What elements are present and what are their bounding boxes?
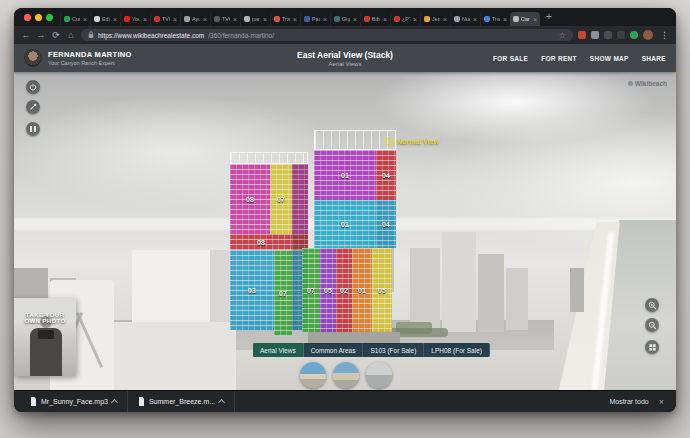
tab-common-areas[interactable]: Common Areas [304, 343, 364, 357]
tab-close-icon[interactable]: × [113, 16, 117, 23]
view-grid-button[interactable] [645, 340, 659, 354]
tab-bibli[interactable]: Bibli× [360, 12, 390, 26]
watermark-logo-icon [628, 81, 633, 86]
tab-title: Panc [312, 16, 320, 21]
agent-avatar[interactable] [24, 49, 42, 67]
power-icon [29, 83, 37, 91]
tab-ayud[interactable]: Ayud× [180, 12, 210, 26]
page-title: East Aerial View (Stack) [297, 50, 393, 60]
tab-close-icon[interactable]: × [83, 16, 87, 23]
tab-close-icon[interactable]: × [233, 16, 237, 23]
extension-icon-2[interactable] [591, 31, 599, 39]
address-bar[interactable]: https://www.wikibeachrealestate.com/360/… [81, 29, 573, 41]
tab-close-icon[interactable]: × [473, 16, 477, 23]
tab-youtube[interactable]: YouT× [120, 12, 150, 26]
tab-ptc[interactable]: ¿PTC× [390, 12, 420, 26]
tab-panc[interactable]: Panc× [300, 12, 330, 26]
unit-stack-03-blue[interactable]: 03 [230, 250, 274, 330]
tab-close-icon[interactable]: × [263, 16, 267, 23]
tab-edito[interactable]: Edito× [90, 12, 120, 26]
extension-icon-1[interactable] [578, 31, 586, 39]
tab-close-icon[interactable]: × [533, 16, 537, 23]
show-map-button[interactable]: SHOW MAP [590, 55, 629, 62]
download-item-2[interactable]: Summer_Breeze.m... [128, 391, 235, 412]
tab-close-icon[interactable]: × [293, 16, 297, 23]
tab-trab[interactable]: Trab× [270, 12, 300, 26]
download-bar-close-icon[interactable]: × [659, 397, 664, 407]
panorama-thumbnail-1[interactable] [300, 362, 326, 388]
bookmark-star-icon[interactable]: ☆ [559, 31, 566, 40]
zoom-window-button[interactable] [46, 14, 53, 21]
extension-icon-3[interactable] [604, 31, 612, 39]
tab-curs[interactable]: Curs× [60, 12, 90, 26]
pause-button[interactable] [26, 122, 40, 136]
tab-close-icon[interactable]: × [503, 16, 507, 23]
tab-trad[interactable]: Trad× [480, 12, 510, 26]
unit-stack-01-purple[interactable]: 01 [314, 150, 376, 200]
tab-close-icon[interactable]: × [173, 16, 177, 23]
unit-stack-01-teal[interactable]: 01 [314, 200, 376, 248]
unit-stack-07-yellow[interactable]: 07 [270, 164, 292, 234]
download-item-1[interactable]: Mr_Sunny_Face.mp3 [20, 391, 128, 412]
forward-icon[interactable]: → [36, 31, 46, 40]
unit-stack-04-teal[interactable]: 04 [376, 200, 396, 248]
tab-close-icon[interactable]: × [143, 16, 147, 23]
back-icon[interactable]: ← [21, 31, 31, 40]
tab-lph08-for-sale[interactable]: LPH08 (For Sale) [424, 343, 490, 357]
panorama-viewport[interactable]: 08 07 08 03 07 01 04 01 04 07 05 02 01 0… [14, 72, 676, 390]
building-side-face [292, 164, 308, 234]
new-tab-button[interactable]: + [546, 12, 552, 22]
tab-tvo-2[interactable]: TVO× [210, 12, 240, 26]
zoom-in-button[interactable] [645, 298, 659, 312]
tab-nueva[interactable]: Nueva pe× [450, 12, 480, 26]
tab-close-icon[interactable]: × [203, 16, 207, 23]
tab-jere[interactable]: Jere× [420, 12, 450, 26]
close-window-button[interactable] [24, 14, 31, 21]
tab-pant[interactable]: pant× [240, 12, 270, 26]
panorama-thumbnail-3[interactable] [366, 362, 392, 388]
unit-stripe-01[interactable]: 01 [352, 248, 372, 332]
stack-building-overlay[interactable]: 08 07 08 03 07 01 04 01 04 07 05 02 01 0… [214, 122, 409, 350]
unit-stack-04-red[interactable]: 04 [376, 150, 396, 200]
unit-stripe-05[interactable]: 05 [320, 248, 336, 332]
tab-close-icon[interactable]: × [323, 16, 327, 23]
tab-close-icon[interactable]: × [443, 16, 447, 23]
tab-s103-for-sale[interactable]: S103 (For Sale) [363, 343, 424, 357]
unit-stack-07-green[interactable]: 07 [274, 250, 292, 336]
unit-stripe-02[interactable]: 02 [336, 248, 352, 332]
file-icon [138, 397, 145, 406]
unit-stripe-05b[interactable]: 05 [372, 248, 392, 332]
take-photo-card[interactable]: TAKE YOUR OWN PHOTO [14, 298, 76, 376]
tab-favicon [124, 16, 130, 22]
unit-stack-08-pink[interactable]: 08 [230, 164, 270, 234]
show-all-downloads-button[interactable]: Mostrar todo [609, 398, 648, 405]
extension-icon-4[interactable] [617, 31, 625, 39]
unit-stack-08-red[interactable]: 08 [230, 234, 292, 250]
zoom-out-button[interactable] [645, 318, 659, 332]
browser-menu-icon[interactable]: ⋮ [660, 30, 669, 40]
tab-cany-active[interactable]: Cany× [510, 12, 540, 26]
for-rent-button[interactable]: FOR RENT [541, 55, 577, 62]
download-caret-icon[interactable] [218, 399, 225, 406]
profile-avatar[interactable] [643, 30, 653, 40]
unit-label: 07 [277, 196, 285, 203]
tools-button[interactable] [26, 100, 40, 114]
tab-aerial-views[interactable]: Aerial Views [253, 343, 304, 357]
tab-tvo-1[interactable]: TVO× [150, 12, 180, 26]
minimize-window-button[interactable] [35, 14, 42, 21]
tab-close-icon[interactable]: × [413, 16, 417, 23]
download-caret-icon[interactable] [111, 399, 118, 406]
reload-icon[interactable]: ⟳ [51, 31, 61, 40]
power-button[interactable] [26, 80, 40, 94]
tab-close-icon[interactable]: × [383, 16, 387, 23]
unit-stripe-07[interactable]: 07 [302, 248, 320, 332]
tab-giga[interactable]: Giga× [330, 12, 360, 26]
background-building [478, 254, 504, 332]
panorama-thumbnail-2[interactable] [333, 362, 359, 388]
normal-view-hotspot[interactable]: Normal View [385, 138, 439, 145]
extension-icon-5[interactable] [630, 31, 638, 39]
home-icon[interactable]: ⌂ [66, 31, 76, 40]
share-button[interactable]: SHARE [642, 55, 666, 62]
tab-close-icon[interactable]: × [353, 16, 357, 23]
for-sale-button[interactable]: FOR SALE [493, 55, 528, 62]
